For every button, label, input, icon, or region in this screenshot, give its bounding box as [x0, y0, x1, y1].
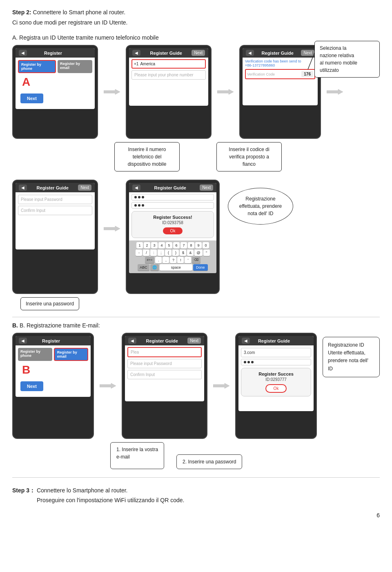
key-del[interactable]: ⌫: [192, 257, 200, 263]
callout-tr-l1: Seleziona la: [320, 45, 346, 51]
step3-text1: Connettere lo Smartphone al router.: [37, 487, 128, 494]
key-globe[interactable]: 🌐: [150, 264, 159, 271]
key-hash[interactable]: #+=: [145, 257, 155, 263]
phone4-topbar: ◀ Register Guide Next: [16, 183, 95, 192]
key-dollar[interactable]: $: [180, 249, 186, 256]
b-phone2-mockup: ◀ Register Guide Next Plea Please input …: [122, 333, 207, 439]
key-6[interactable]: 6: [173, 242, 180, 249]
phone2-next-btn[interactable]: Next: [192, 50, 205, 56]
page-number: 6: [12, 512, 380, 519]
key-space[interactable]: space: [160, 264, 192, 271]
phone1-tabs: Register by phone Register by email: [16, 58, 95, 73]
b-phone1-screen: ◀ Register Register by phone Register by…: [16, 336, 91, 397]
arrow4: [100, 225, 124, 233]
key-dash[interactable]: -: [136, 249, 142, 256]
b-success-id: ID:0293777: [245, 377, 307, 382]
key-exclaim[interactable]: !: [177, 257, 184, 263]
success-id: ID:0293758: [135, 220, 210, 225]
phone4-pw-input[interactable]: Please input Password: [18, 195, 92, 204]
b-phone3-topbar: ◀ Register Guide: [238, 336, 314, 345]
b-phone2-confirm-input[interactable]: Confirm Input: [127, 370, 202, 379]
arrow2: [213, 88, 238, 96]
phone4-confirm-input[interactable]: Confirm Input: [18, 206, 92, 215]
phone4-next-btn[interactable]: Next: [78, 185, 91, 191]
key-rparen[interactable]: ): [172, 249, 179, 256]
phone1-back-btn[interactable]: ◀: [19, 50, 27, 56]
b-phone2-next-btn[interactable]: Next: [187, 338, 201, 344]
b-callout-l1: Registrazione ID: [328, 342, 364, 348]
section-b-text: B. Registrazione tramite E-mail:: [20, 322, 100, 329]
phone3-verif-number: +86-13727895860: [243, 63, 318, 67]
b-phone3-back-btn[interactable]: ◀: [242, 338, 250, 344]
b-phone2-back-btn[interactable]: ◀: [128, 338, 136, 344]
arrow1: [100, 88, 124, 96]
step2-label: Step 2:: [12, 9, 31, 16]
phone5-topbar: ◀ Register Guide Next: [129, 183, 216, 192]
key-amp[interactable]: &: [187, 249, 194, 256]
key-7[interactable]: 7: [180, 242, 187, 249]
key-quote[interactable]: ": [203, 249, 210, 256]
b-ok-btn[interactable]: Ok: [265, 384, 287, 393]
key-abc[interactable]: ABC: [138, 264, 149, 271]
step2-line1: Step 2: Connettere lo Smart phone al rou…: [12, 8, 380, 17]
dot6: [142, 204, 144, 207]
phone2-country-name: America: [140, 62, 155, 66]
b-annot2-text: Inserire una password: [188, 459, 236, 465]
header-line2: Ci sono due modi per registrare un ID Ut…: [12, 18, 380, 27]
phone1-next-btn[interactable]: Next: [20, 93, 43, 103]
key-lparen[interactable]: (: [165, 249, 172, 256]
b-phone1-title: Register: [42, 338, 60, 343]
key-period[interactable]: .: [155, 257, 162, 263]
b-phone1-tab2[interactable]: Register by email: [54, 348, 88, 361]
arrow3-icon: [327, 88, 343, 96]
phone2-phone-input[interactable]: Please input your phone number: [131, 70, 206, 80]
dot5: [138, 204, 140, 207]
phone1-tab1[interactable]: Register by phone: [18, 60, 56, 73]
key-slash[interactable]: /: [143, 249, 149, 256]
key-apostrophe[interactable]: ': [185, 257, 191, 263]
key-done[interactable]: Done: [193, 264, 208, 271]
phone3-back-btn[interactable]: ◀: [246, 50, 254, 56]
arrow3: [323, 88, 347, 96]
phone4-back-btn[interactable]: ◀: [19, 185, 27, 191]
key-comma[interactable]: ,: [163, 257, 169, 263]
annot-ip-l2: telefonico del: [133, 154, 162, 160]
dot1: [134, 196, 137, 198]
key-4[interactable]: 4: [158, 242, 165, 249]
phone1-mockup: ◀ Register Register by phone Register by…: [12, 45, 98, 139]
b-phone1-back-btn[interactable]: ◀: [19, 338, 27, 344]
phone2-back-btn[interactable]: ◀: [132, 50, 140, 56]
phone4-title: Register Guide: [37, 185, 69, 190]
phone1-tab2[interactable]: Register by email: [58, 60, 92, 73]
key-semi[interactable]: ;: [158, 249, 164, 256]
b-phone1-next-btn[interactable]: Next: [20, 381, 43, 391]
key-question[interactable]: ?: [170, 257, 176, 263]
key-2[interactable]: 2: [144, 242, 150, 249]
b-annot1-num: 1.: [116, 447, 120, 452]
b-phone2-topbar: ◀ Register Guide Next: [125, 336, 204, 345]
phone5-next-btn[interactable]: Next: [200, 185, 213, 191]
section-b-bold: B.: [12, 322, 18, 329]
b-phone3-mockup: ◀ Register Guide 3.com Register Succes I…: [235, 333, 317, 439]
b-phone1-tab1[interactable]: Register by phone: [18, 348, 52, 361]
phone4-mockup: ◀ Register Guide Next Please input Passw…: [12, 180, 98, 294]
b-dot3: [251, 361, 254, 363]
key-3[interactable]: 3: [151, 242, 158, 249]
key-colon[interactable]: :: [150, 249, 157, 256]
svg-marker-5: [100, 383, 116, 389]
key-9[interactable]: 9: [195, 242, 202, 249]
ok-btn[interactable]: Ok: [163, 227, 183, 234]
key-5[interactable]: 5: [166, 242, 172, 249]
key-at[interactable]: @: [194, 249, 202, 256]
step3-label: Step 3：: [12, 487, 35, 494]
callout-tr-arrow: [307, 53, 315, 69]
b-phone2-pw-input[interactable]: Please input Password: [127, 359, 202, 368]
annot-ip-l3: dispositivo mobile: [128, 161, 167, 167]
callout-tr-l3: al numero mobile: [320, 60, 357, 66]
key-0[interactable]: 0: [203, 242, 209, 249]
phone5-back-btn[interactable]: ◀: [132, 185, 140, 191]
key-8[interactable]: 8: [188, 242, 194, 249]
phone1-letter-a: A: [19, 74, 33, 90]
b-phone2-email-input[interactable]: Plea: [127, 347, 202, 357]
key-1[interactable]: 1: [136, 242, 143, 249]
